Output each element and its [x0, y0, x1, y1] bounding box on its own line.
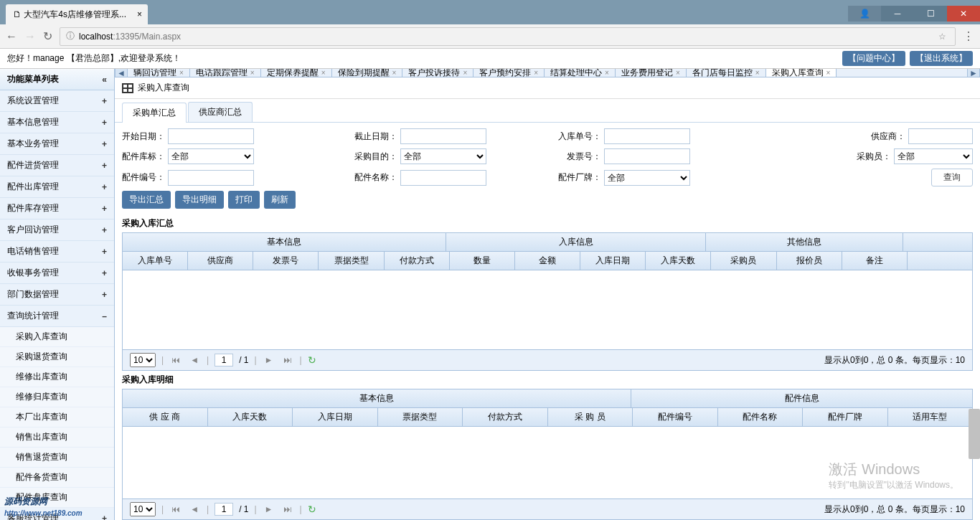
- forward-icon[interactable]: →: [24, 30, 36, 43]
- export-detail-button[interactable]: 导出明细: [175, 191, 224, 209]
- column-header[interactable]: 票据类型: [378, 408, 463, 427]
- content-tab[interactable]: 保险到期提醒×: [332, 69, 403, 77]
- column-header[interactable]: 供 应 商: [123, 408, 208, 427]
- content-tab[interactable]: 辆回访管理×: [128, 69, 190, 77]
- column-header[interactable]: 数量: [450, 252, 515, 270]
- part-lib-select[interactable]: 全部: [168, 148, 254, 164]
- content-tab[interactable]: 客户投诉接待×: [402, 69, 473, 77]
- column-header[interactable]: 供应商: [188, 252, 253, 270]
- column-header[interactable]: 入库天数: [646, 252, 711, 270]
- supplier-input[interactable]: [908, 128, 973, 144]
- tab-scroll-left[interactable]: ◄: [115, 69, 128, 77]
- last-page-icon[interactable]: ⏭: [281, 504, 294, 514]
- purpose-select[interactable]: 全部: [400, 148, 486, 164]
- query-button[interactable]: 查询: [931, 169, 973, 186]
- content-tab[interactable]: 电话跟踪管理×: [190, 69, 261, 77]
- column-header[interactable]: 备注: [842, 252, 908, 270]
- close-icon[interactable]: ×: [321, 69, 326, 77]
- sidebar-subitem[interactable]: 销售退货查询: [0, 448, 114, 468]
- sidebar-item[interactable]: 部门数据管理+: [0, 284, 114, 306]
- sidebar-item[interactable]: 系统设置管理+: [0, 90, 114, 112]
- menu-icon[interactable]: ⋮: [963, 29, 974, 43]
- question-center-button[interactable]: 【问题中心】: [842, 51, 905, 66]
- inner-tab-summary[interactable]: 采购单汇总: [122, 103, 187, 123]
- close-icon[interactable]: ×: [392, 69, 397, 77]
- reload-icon[interactable]: ↻: [43, 29, 52, 43]
- sidebar-subitem[interactable]: 本厂出库查询: [0, 407, 114, 427]
- export-summary-button[interactable]: 导出汇总: [122, 191, 171, 209]
- close-icon[interactable]: ×: [826, 69, 831, 77]
- column-header[interactable]: 采 购 员: [548, 408, 633, 427]
- sidebar-item[interactable]: 查询统计管理–: [0, 306, 114, 327]
- column-header[interactable]: 入库天数: [208, 408, 293, 427]
- last-page-icon[interactable]: ⏭: [281, 355, 294, 365]
- maximize-icon[interactable]: ☐: [914, 6, 947, 22]
- close-icon[interactable]: ×: [676, 69, 680, 77]
- buyer-select[interactable]: 全部: [894, 148, 973, 164]
- page-size-select[interactable]: 10: [130, 353, 156, 367]
- back-icon[interactable]: ←: [6, 30, 17, 43]
- column-header[interactable]: 发票号: [253, 252, 319, 270]
- in-no-input[interactable]: [604, 128, 690, 144]
- browser-tab[interactable]: 🗋 大型汽车4s店维修管理系... ×: [6, 4, 148, 24]
- refresh-icon[interactable]: ↻: [308, 354, 316, 366]
- first-page-icon[interactable]: ⏮: [169, 355, 182, 365]
- minimize-icon[interactable]: ─: [881, 6, 914, 22]
- sidebar-item[interactable]: 配件出库管理+: [0, 176, 114, 198]
- close-icon[interactable]: ×: [755, 69, 760, 77]
- column-header[interactable]: 入库日期: [293, 408, 378, 427]
- column-header[interactable]: 配件名称: [718, 408, 804, 427]
- sidebar-subitem[interactable]: 维修出库查询: [0, 367, 114, 387]
- collapse-icon[interactable]: «: [102, 75, 107, 85]
- column-header[interactable]: 入库日期: [580, 252, 646, 270]
- sidebar-item[interactable]: 基本业务管理+: [0, 133, 114, 155]
- content-tab[interactable]: 各门店每日监控×: [687, 69, 766, 77]
- part-name-input[interactable]: [400, 170, 486, 186]
- first-page-icon[interactable]: ⏮: [169, 504, 182, 514]
- sidebar-item[interactable]: 客户回访管理+: [0, 219, 114, 241]
- column-header[interactable]: 采购员: [711, 252, 776, 270]
- page-input[interactable]: [215, 354, 233, 367]
- sidebar-item[interactable]: 配件库存管理+: [0, 198, 114, 219]
- sidebar-item[interactable]: 收银事务管理+: [0, 263, 114, 284]
- sidebar-subitem[interactable]: 配件备货查询: [0, 468, 114, 488]
- sidebar-subitem[interactable]: 维修归库查询: [0, 387, 114, 407]
- content-tab[interactable]: 客户预约安排×: [473, 69, 545, 77]
- sidebar-subitem[interactable]: 销售出库查询: [0, 427, 114, 448]
- start-date-input[interactable]: [168, 128, 254, 144]
- column-header[interactable]: 金额: [515, 252, 580, 270]
- column-header[interactable]: 付款方式: [463, 408, 548, 427]
- close-icon[interactable]: ×: [463, 69, 467, 77]
- tab-scroll-right[interactable]: ►: [967, 69, 980, 77]
- page-size-select-2[interactable]: 10: [130, 502, 156, 516]
- next-page-icon[interactable]: ►: [263, 504, 275, 514]
- content-tab[interactable]: 业务费用登记×: [616, 69, 687, 77]
- user-icon[interactable]: 👤: [848, 6, 881, 22]
- info-icon[interactable]: ⓘ: [66, 30, 75, 42]
- close-icon[interactable]: ×: [605, 69, 609, 77]
- logout-button[interactable]: 【退出系统】: [910, 51, 973, 66]
- invoice-input[interactable]: [604, 148, 690, 164]
- close-icon[interactable]: ×: [250, 69, 255, 77]
- sidebar-subitem[interactable]: 采购入库查询: [0, 327, 114, 347]
- sidebar-item[interactable]: 基本信息管理+: [0, 112, 114, 133]
- sidebar-subitem[interactable]: 配件盘库查询: [0, 488, 114, 508]
- part-no-input[interactable]: [168, 170, 254, 186]
- sidebar-item[interactable]: 配件进货管理+: [0, 155, 114, 176]
- content-tab[interactable]: 结算处理中心×: [545, 69, 616, 77]
- bookmark-icon[interactable]: ☆: [938, 32, 946, 42]
- column-header[interactable]: 配件编号: [633, 408, 718, 427]
- close-icon[interactable]: ×: [534, 69, 538, 77]
- scrollbar[interactable]: [969, 409, 980, 459]
- column-header[interactable]: 付款方式: [385, 252, 450, 270]
- column-header[interactable]: 入库单号: [123, 252, 188, 270]
- refresh-icon[interactable]: ↻: [308, 504, 316, 515]
- window-close-icon[interactable]: ✕: [947, 6, 980, 22]
- brand-select[interactable]: 全部: [604, 170, 690, 186]
- prev-page-icon[interactable]: ◄: [188, 504, 201, 514]
- page-input-2[interactable]: [215, 503, 233, 516]
- column-header[interactable]: 报价员: [777, 252, 842, 270]
- sidebar-item[interactable]: 电话销售管理+: [0, 241, 114, 263]
- column-header[interactable]: 票据类型: [319, 252, 384, 270]
- column-header[interactable]: 配件厂牌: [803, 408, 888, 427]
